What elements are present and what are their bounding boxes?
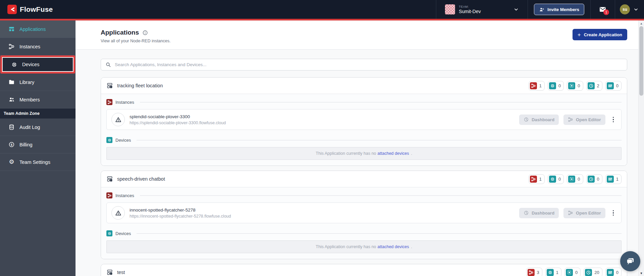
devices-icon	[11, 61, 17, 68]
sidebar-item-team-settings[interactable]: ⚙ Team Settings	[0, 153, 76, 171]
clock-icon	[588, 82, 595, 89]
application-card: test 3 1 0 20	[101, 264, 627, 276]
empty-text: This Application currently has no	[316, 244, 376, 249]
application-name[interactable]: test	[117, 270, 125, 275]
application-card-header[interactable]: speech-driven chatbot 1 0 0	[101, 171, 627, 187]
sidebar-item-library[interactable]: Library	[0, 74, 76, 91]
device-icon	[549, 82, 556, 89]
sidebar-item-audit-log[interactable]: Audit Log	[0, 119, 76, 136]
badge-count: 0	[578, 177, 580, 182]
open-editor-button[interactable]: Open Editor	[563, 114, 605, 125]
device-groups-count-badge[interactable]: 0	[567, 174, 583, 184]
snapshots-count-badge[interactable]: 20	[584, 268, 602, 276]
device-groups-count-badge[interactable]: 0	[567, 81, 583, 91]
pipelines-count-badge[interactable]: 1	[605, 174, 622, 184]
badge-count: 1	[539, 177, 542, 182]
kebab-menu-icon[interactable]	[610, 116, 617, 124]
kebab-menu-icon[interactable]	[610, 209, 617, 217]
devices-count-badge[interactable]: 0	[548, 174, 564, 184]
badge-count: 0	[558, 83, 561, 88]
sidebar-item-devices[interactable]: Devices	[2, 57, 73, 72]
devices-count-badge[interactable]: 1	[545, 268, 561, 276]
attached-devices-link[interactable]: attached devices	[378, 151, 409, 156]
devices-icon	[106, 230, 112, 236]
device-group-icon	[566, 269, 573, 276]
section-rule	[140, 102, 622, 102]
instances-section-header: Instances	[106, 98, 622, 106]
flowfuse-logo[interactable]: FlowFuse	[0, 5, 53, 14]
instance-name[interactable]: innocent-spotted-flycatcher-5278	[130, 208, 231, 213]
application-card-header[interactable]: test 3 1 0 20	[101, 264, 627, 276]
create-application-button[interactable]: + Create Application	[573, 29, 627, 40]
application-card-header[interactable]: tracking fleet location 1 0 0	[101, 78, 627, 94]
pipelines-count-badge[interactable]: 0	[605, 268, 622, 276]
chat-widget-button[interactable]	[620, 251, 640, 271]
instance-row[interactable]: innocent-spotted-flycatcher-5278 https:/…	[106, 202, 622, 223]
flowfuse-logo-icon	[7, 5, 17, 14]
instances-icon	[106, 99, 112, 105]
instance-status-warning-icon	[111, 113, 125, 126]
notifications-button[interactable]: 1	[591, 0, 615, 19]
instances-icon	[8, 43, 15, 50]
badge-count: 2	[597, 83, 599, 88]
instances-count-badge[interactable]: 3	[526, 268, 542, 276]
application-card: speech-driven chatbot 1 0 0	[101, 171, 627, 259]
application-card: tracking fleet location 1 0 0	[101, 77, 627, 166]
sidebar-item-members[interactable]: Members	[0, 91, 76, 108]
instance-row[interactable]: splendid-sociable-plover-3300 https://sp…	[106, 109, 622, 130]
pipelines-icon	[607, 82, 614, 89]
application-name[interactable]: tracking fleet location	[117, 83, 163, 88]
sidebar-item-billing[interactable]: $ Billing	[0, 136, 76, 153]
team-selector[interactable]: TEAM: Sumit-Dev	[436, 0, 528, 19]
pipelines-icon	[607, 269, 614, 276]
pipelines-count-badge[interactable]: 0	[605, 81, 622, 91]
open-editor-icon	[568, 117, 573, 122]
open-editor-label: Open Editor	[576, 117, 601, 122]
clock-icon	[585, 269, 592, 276]
application-name[interactable]: speech-driven chatbot	[117, 176, 165, 182]
dashboard-button[interactable]: Dashboard	[519, 208, 559, 218]
badge-count: 0	[575, 270, 578, 275]
create-application-label: Create Application	[584, 32, 622, 37]
badge-count: 1	[616, 177, 618, 182]
dashboard-button[interactable]: Dashboard	[519, 114, 559, 125]
scroll-down-arrow[interactable]: ▼	[639, 270, 644, 276]
team-avatar	[445, 4, 455, 14]
devices-count-badge[interactable]: 0	[548, 81, 564, 91]
sidebar-item-label: Devices	[22, 62, 40, 67]
vertical-scrollbar[interactable]: ▲ ▼	[638, 20, 644, 276]
team-admin-zone-header: Team Admin Zone	[0, 108, 76, 119]
badge-count: 3	[537, 270, 539, 275]
info-icon[interactable]	[142, 30, 148, 36]
sidebar-item-instances[interactable]: Instances	[0, 38, 76, 55]
scrollbar-thumb[interactable]	[639, 26, 643, 96]
pie-chart-icon	[524, 210, 529, 216]
attached-devices-link[interactable]: attached devices	[378, 244, 409, 249]
instance-name[interactable]: splendid-sociable-plover-3300	[130, 114, 226, 119]
sidebar-item-applications[interactable]: Applications	[0, 20, 76, 38]
application-card-body: Instances innocent-spotted-flycatcher-52…	[101, 187, 627, 259]
section-rule	[140, 195, 622, 196]
open-editor-button[interactable]: Open Editor	[563, 208, 605, 218]
badge-count: 0	[616, 270, 618, 275]
snapshots-count-badge[interactable]: 2	[586, 81, 602, 91]
search-input[interactable]	[115, 62, 623, 67]
chevron-down-icon	[633, 7, 639, 12]
badge-count: 0	[558, 177, 561, 182]
instances-count-badge[interactable]: 1	[529, 174, 545, 184]
members-icon	[8, 96, 15, 103]
section-label: Instances	[115, 193, 134, 198]
snapshots-count-badge[interactable]: 0	[586, 174, 602, 184]
device-groups-count-badge[interactable]: 0	[564, 268, 581, 276]
team-label: TEAM:	[459, 5, 481, 8]
user-menu[interactable]: su	[615, 0, 644, 19]
invite-members-button[interactable]: Invite Members	[534, 4, 584, 15]
section-rule	[137, 233, 622, 234]
scroll-up-arrow[interactable]: ▲	[639, 20, 644, 26]
dollar-circle-icon: $	[8, 141, 15, 148]
applications-icon	[8, 26, 15, 32]
team-name: Sumit-Dev	[459, 9, 481, 14]
instances-count-badge[interactable]: 1	[529, 81, 545, 91]
sidebar-nav: Applications Instances Devices Library M…	[0, 20, 76, 276]
devices-section-header: Devices	[106, 136, 622, 144]
